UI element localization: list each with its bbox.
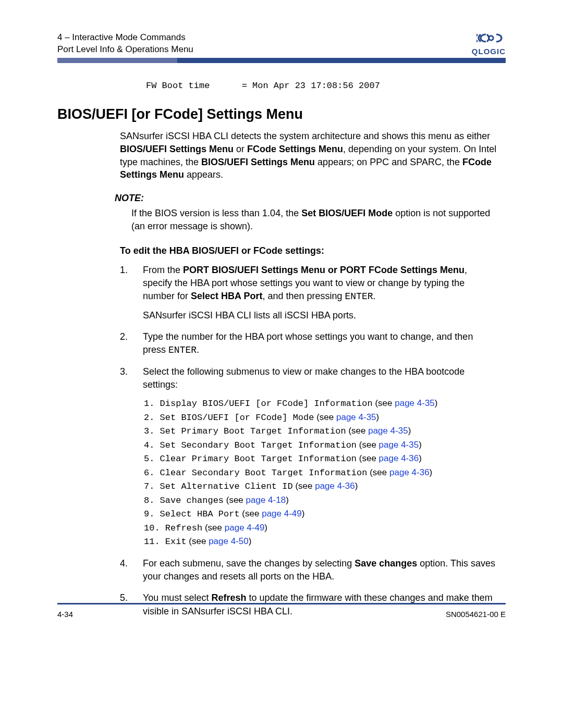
- note-body: If the BIOS version is less than 1.04, t…: [131, 207, 498, 233]
- page-number: 4-34: [57, 610, 73, 619]
- doc-number: SN0054621-00 E: [446, 610, 506, 619]
- submenu-item: 10. Refresh (see page 4-49): [144, 521, 498, 535]
- step-1: 1. From the PORT BIOS/UEFI Settings Menu…: [120, 264, 498, 322]
- intro-paragraph: SANsurfer iSCSI HBA CLI detects the syst…: [120, 130, 498, 181]
- submenu-item: 2. Set BIOS/UEFI [or FCode] Mode (see pa…: [144, 411, 498, 425]
- page-link[interactable]: page 4-49: [262, 509, 302, 519]
- note-label: NOTE:: [115, 193, 498, 204]
- submenu-item: 3. Set Primary Boot Target Information (…: [144, 424, 498, 438]
- page-link[interactable]: page 4-35: [395, 398, 435, 408]
- logo: QLOGIC: [472, 31, 506, 56]
- page-header: 4 – Interactive Mode Commands Port Level…: [57, 31, 506, 56]
- procedure-heading: To edit the HBA BIOS/UEFI or FCode setti…: [120, 245, 498, 256]
- submenu-item: 1. Display BIOS/UEFI [or FCode] Informat…: [144, 397, 498, 411]
- step-4: 4. For each submenu, save the changes by…: [120, 557, 498, 583]
- submenu-item: 9. Select HBA Port (see page 4-49): [144, 507, 498, 521]
- submenu-item: 7. Set Alternative Client ID (see page 4…: [144, 479, 498, 493]
- header-section: Port Level Info & Operations Menu: [57, 44, 193, 56]
- submenu-item: 6. Clear Secondary Boot Target Informati…: [144, 466, 498, 480]
- submenu-item: 4. Set Secondary Boot Target Information…: [144, 438, 498, 452]
- footer-rule: [57, 603, 506, 604]
- step-3: 3. Select the following submenus to view…: [120, 365, 498, 549]
- submenu-list: 1. Display BIOS/UEFI [or FCode] Informat…: [144, 397, 498, 549]
- page-link[interactable]: page 4-36: [379, 453, 419, 463]
- fw-boot-line: FW Boot time = Mon Apr 23 17:08:56 2007: [146, 81, 498, 91]
- submenu-item: 8. Save changes (see page 4-18): [144, 493, 498, 508]
- page-link[interactable]: page 4-35: [379, 440, 419, 450]
- svg-point-0: [489, 36, 493, 40]
- header-text: 4 – Interactive Mode Commands Port Level…: [57, 32, 193, 56]
- page-link[interactable]: page 4-18: [246, 495, 286, 505]
- page-link[interactable]: page 4-35: [368, 426, 408, 436]
- logo-text: QLOGIC: [472, 47, 506, 56]
- page-link[interactable]: page 4-36: [389, 467, 430, 477]
- page-footer: 4-34 SN0054621-00 E: [57, 610, 506, 619]
- qlogic-glyph-icon: [476, 31, 506, 45]
- step-list: 1. From the PORT BIOS/UEFI Settings Menu…: [120, 264, 498, 618]
- header-chapter: 4 – Interactive Mode Commands: [57, 32, 193, 44]
- page-link[interactable]: page 4-50: [209, 536, 249, 546]
- submenu-item: 11. Exit (see page 4-50): [144, 535, 498, 549]
- page-link[interactable]: page 4-36: [315, 481, 355, 491]
- submenu-item: 5. Clear Primary Boot Target Information…: [144, 452, 498, 466]
- page-link[interactable]: page 4-49: [225, 523, 265, 533]
- page-link[interactable]: page 4-35: [336, 412, 376, 422]
- page-title: BIOS/UEFI [or FCode] Settings Menu: [57, 106, 498, 122]
- header-rule: [57, 58, 506, 63]
- step-2: 2. Type the number for the HBA port whos…: [120, 330, 498, 357]
